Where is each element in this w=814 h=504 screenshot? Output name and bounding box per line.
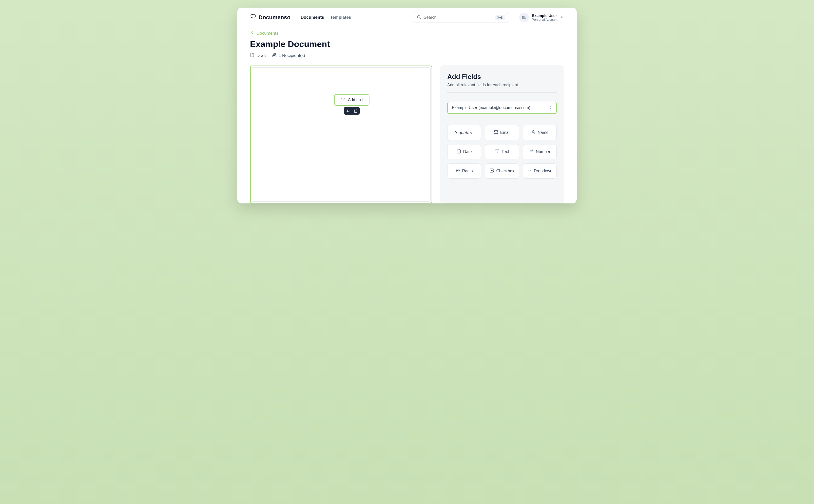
field-option-label: Email [500,130,510,135]
svg-line-16 [532,150,532,153]
svg-point-18 [457,170,458,171]
field-option-date[interactable]: Date [447,144,481,159]
editor-layout: Add text Add Fields Add all relevant fie… [250,66,564,203]
document-canvas-wrapper: Add text [250,66,432,203]
document-meta: Draft 1 Recipient(s) [250,53,564,58]
placed-field-label: Add text [348,98,363,102]
search-box[interactable]: ⌘+K [413,12,509,23]
brand-logo-icon [250,14,257,21]
calendar-icon [457,149,461,155]
field-option-label: Checkbox [496,169,514,173]
breadcrumb-back[interactable]: Documents [250,30,564,36]
breadcrumb-label: Documents [257,31,278,36]
mail-icon [494,130,498,135]
field-options-grid: Signature Email Name Date [447,125,557,179]
brand-name: Documenso [259,14,291,21]
file-icon [250,53,255,58]
user-account-label: Personal Account [532,18,557,22]
search-icon [417,15,421,20]
field-option-label: Text [501,150,509,154]
svg-point-7 [349,111,349,112]
svg-point-1 [273,53,275,55]
field-option-number[interactable]: Number [523,144,557,159]
svg-rect-10 [457,150,461,153]
nav-links: Documents Templates [301,15,351,20]
chevron-down-icon [527,168,532,174]
field-option-name[interactable]: Name [523,125,557,140]
chevron-left-icon [250,30,255,36]
search-input[interactable] [424,15,493,20]
panel-subtitle: Add all relevant fields for each recipie… [447,83,557,93]
add-fields-panel: Add Fields Add all relevant fields for e… [440,66,564,203]
user-name: Example User [532,13,557,18]
users-icon [272,53,277,58]
type-icon [341,97,346,103]
svg-rect-8 [494,131,498,134]
svg-point-6 [347,110,348,111]
field-option-label: Radio [462,169,473,173]
chevron-up-down-icon [560,15,564,20]
field-option-signature[interactable]: Signature [447,125,481,140]
field-option-label: Number [536,150,550,154]
chevron-up-down-icon [548,106,552,110]
content: Documents Example Document Draft 1 Recip… [237,27,577,203]
svg-point-9 [533,130,534,132]
field-option-checkbox[interactable]: Checkbox [485,163,519,179]
radio-icon [456,168,460,174]
brand[interactable]: Documenso [250,14,291,21]
recipient-selected-value: Example User (example@documenso.com) [452,106,530,110]
status-text: Draft [257,53,266,58]
svg-point-0 [417,15,420,18]
recipients-meta: 1 Recipient(s) [272,53,305,58]
svg-line-15 [531,150,531,153]
field-option-label: Name [538,130,548,135]
panel-title: Add Fields [447,73,557,81]
status-badge: Draft [250,53,266,58]
hash-icon [529,149,534,155]
field-option-label: Date [463,150,472,154]
avatar: EU [519,13,529,22]
placed-text-field[interactable]: Add text [334,94,370,106]
nav-templates[interactable]: Templates [330,15,351,20]
recipients-text: 1 Recipient(s) [279,53,305,58]
field-option-text[interactable]: Text [485,144,519,159]
app-window: Documenso Documents Templates ⌘+K EU Exa… [237,8,577,203]
field-delete-button[interactable] [354,109,358,113]
field-settings-button[interactable] [346,109,350,113]
page-title: Example Document [250,39,564,49]
search-shortcut: ⌘+K [495,15,505,20]
recipient-select[interactable]: Example User (example@documenso.com) [447,102,557,114]
field-option-email[interactable]: Email [485,125,519,140]
topbar: Documenso Documents Templates ⌘+K EU Exa… [237,8,577,27]
user-menu[interactable]: EU Example User Personal Account [519,13,564,22]
field-option-label: Dropdown [534,169,552,173]
checkbox-icon [489,168,494,174]
field-toolbar [344,107,360,115]
field-option-dropdown[interactable]: Dropdown [523,163,557,179]
document-canvas[interactable]: Add text [252,67,431,202]
nav-documents[interactable]: Documents [301,15,324,20]
user-icon [531,130,536,135]
field-option-radio[interactable]: Radio [447,163,481,179]
type-icon [495,149,499,155]
signature-label: Signature [455,130,473,135]
